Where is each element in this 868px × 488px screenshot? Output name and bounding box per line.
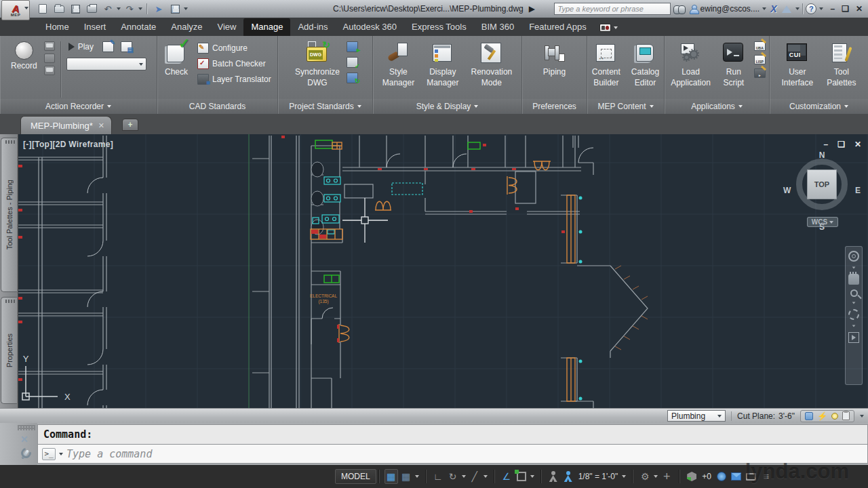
command-close-icon[interactable]: ✕ <box>20 434 28 445</box>
run-vba-macro-icon[interactable]: ▸ <box>754 68 766 78</box>
user-menu-dropdown[interactable] <box>762 7 766 10</box>
viewcube-west[interactable]: W <box>783 186 791 195</box>
grid-display-toggle[interactable]: ▦ <box>384 469 398 484</box>
redo-dropdown[interactable] <box>138 7 142 10</box>
command-input[interactable] <box>66 448 867 460</box>
navigation-bar[interactable] <box>845 246 863 385</box>
polar-tracking-toggle[interactable]: ↻ <box>446 469 460 484</box>
close-tab-icon[interactable]: ✕ <box>98 121 104 130</box>
document-tab-mep-plumbing[interactable]: MEP-Plumbing* ✕ <box>20 116 112 134</box>
print-button[interactable] <box>84 2 99 16</box>
orbit-icon[interactable] <box>848 309 859 320</box>
user-interface-button[interactable]: CUI User Interface <box>778 40 816 89</box>
viewcube-east[interactable]: E <box>855 186 861 195</box>
isometric-drafting-toggle[interactable]: ╱ <box>468 469 481 484</box>
wcs-button[interactable]: WCS <box>807 217 838 227</box>
tab-featured-apps[interactable]: Featured Apps <box>521 18 594 36</box>
panel-title-action-recorder[interactable]: Action Recorder <box>0 99 157 114</box>
command-prompt-icon[interactable]: >_ <box>42 448 56 460</box>
batch-checker-button[interactable]: ✓ Batch Checker <box>195 58 273 70</box>
insert-message-icon[interactable] <box>44 41 55 51</box>
record-button[interactable]: Record <box>8 40 40 72</box>
customization-plus-icon[interactable]: + <box>660 469 673 484</box>
recent-commands-dropdown[interactable] <box>59 453 63 455</box>
load-application-button[interactable]: Load Application <box>668 40 713 89</box>
workspace-switching-gear-icon[interactable]: ⚙ <box>638 469 652 484</box>
tool-palettes-button[interactable]: Tool Palettes <box>824 40 859 89</box>
ribbon-display-dropdown[interactable] <box>614 26 618 29</box>
macro-dropdown[interactable] <box>66 58 146 70</box>
help-button[interactable]: ? <box>806 3 816 14</box>
isolate-objects-icon[interactable] <box>685 469 698 484</box>
piping-preferences-button[interactable]: Piping <box>540 40 570 78</box>
clipboard-icon[interactable] <box>842 411 850 420</box>
isolate-objects-icon[interactable] <box>831 413 838 420</box>
snap-dropdown-icon[interactable] <box>415 475 419 478</box>
exchange-apps-icon[interactable]: X <box>770 3 776 14</box>
vp-minimize-button[interactable]: – <box>823 140 828 149</box>
sheet-set-button[interactable] <box>167 2 182 16</box>
undo-dropdown[interactable] <box>117 7 121 10</box>
ortho-mode-toggle[interactable]: ∟ <box>431 469 445 484</box>
tool-palettes-tab[interactable]: Tool Palettes - Piping <box>1 138 17 292</box>
autodesk-360-icon[interactable] <box>782 5 791 13</box>
panel-title-customization[interactable]: Customization <box>770 99 868 114</box>
run-script-button[interactable]: Run Script <box>719 40 749 89</box>
style-manager-button[interactable]: Style Manager <box>380 40 417 89</box>
model-space-button[interactable]: MODEL <box>335 469 376 484</box>
panel-title-mep-content[interactable]: MEP Content <box>587 99 664 114</box>
steering-wheel-icon[interactable] <box>848 251 859 262</box>
a360-dropdown[interactable] <box>795 7 800 10</box>
qat-overflow-dropdown[interactable] <box>184 7 188 10</box>
snap-mode-toggle[interactable]: ▦ <box>399 469 413 484</box>
app-menu-button[interactable]: A MEP <box>1 0 30 20</box>
tab-insert[interactable]: Insert <box>77 18 114 36</box>
search-icon[interactable] <box>673 4 686 14</box>
viewcube-north[interactable]: N <box>819 150 825 160</box>
pan-icon[interactable] <box>848 274 859 285</box>
ribbon-display-icon[interactable] <box>599 24 611 32</box>
shaded-view-icon[interactable] <box>805 412 813 420</box>
live-section-icon[interactable]: ⚡ <box>817 411 827 421</box>
preference-icon[interactable]: ✎ <box>102 41 114 52</box>
help-dropdown[interactable] <box>819 7 823 10</box>
display-manager-button[interactable]: Display Manager <box>424 40 461 89</box>
audit-project-icon[interactable]: ✓ <box>347 57 358 68</box>
signed-in-user[interactable]: ewing@cscos.... <box>701 4 760 14</box>
object-snap-toggle[interactable] <box>515 469 528 484</box>
command-settings-wrench-icon[interactable] <box>19 449 31 461</box>
vba-editor-icon[interactable]: UBA <box>754 41 766 51</box>
new-file-button[interactable] <box>35 2 50 16</box>
view-cube[interactable]: N S W E TOP WCS <box>791 153 853 228</box>
zoom-dropdown-icon[interactable] <box>852 302 856 304</box>
viewcube-top-face[interactable]: TOP <box>807 169 837 199</box>
redo-button[interactable]: ↷ <box>122 2 137 16</box>
polar-dropdown-icon[interactable] <box>462 475 466 478</box>
close-button[interactable]: ✕ <box>856 4 863 14</box>
synchronize-dwg-button[interactable]: DWG↻ Synchronize DWG <box>292 40 342 89</box>
vp-restore-button[interactable]: ❏ <box>837 140 845 149</box>
tab-manage[interactable]: Manage <box>243 18 290 36</box>
zoom-icon[interactable] <box>850 289 858 297</box>
properties-palette-tab[interactable]: Properties <box>1 297 17 404</box>
update-standards-icon[interactable]: ↻ <box>347 73 358 83</box>
visual-lisp-icon[interactable]: LISP <box>754 55 766 64</box>
check-standards-button[interactable]: ✓ Check <box>161 40 191 78</box>
scale-dropdown-icon[interactable] <box>622 475 626 478</box>
open-file-button[interactable] <box>52 2 66 16</box>
manage-macros-icon[interactable]: ▤ <box>121 41 132 52</box>
workspace-button[interactable]: ➤ <box>151 2 166 16</box>
iso-dropdown-icon[interactable] <box>484 475 488 478</box>
navbar-dropdown-icon[interactable] <box>852 266 856 268</box>
save-button[interactable] <box>68 2 83 16</box>
search-input[interactable] <box>558 5 667 13</box>
catalog-editor-button[interactable]: Catalog Editor <box>629 40 662 89</box>
renovation-mode-button[interactable]: Renovation Mode <box>469 40 515 89</box>
panel-title-applications[interactable]: Applications <box>665 99 769 114</box>
vp-status-overflow[interactable] <box>860 415 864 418</box>
trusted-autodesk-message-icon[interactable] <box>730 469 743 484</box>
graphics-performance-icon[interactable] <box>715 469 728 484</box>
tab-express-tools[interactable]: Express Tools <box>404 18 474 36</box>
annotation-visibility-toggle[interactable] <box>547 469 560 484</box>
tab-add-ins[interactable]: Add-ins <box>290 18 335 36</box>
